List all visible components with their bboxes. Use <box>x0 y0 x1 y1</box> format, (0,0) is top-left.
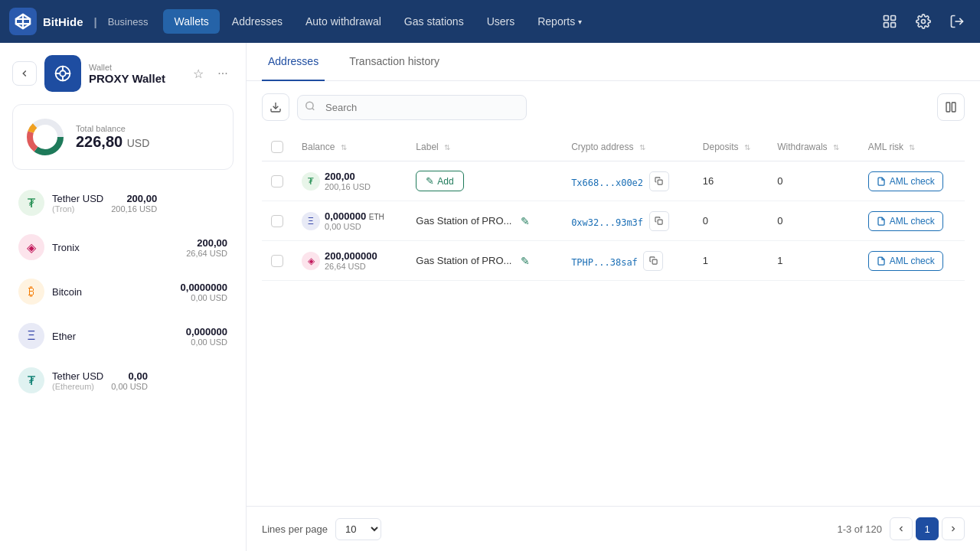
search-box <box>297 95 527 120</box>
nav-item-gas-stations[interactable]: Gas stations <box>394 9 475 34</box>
aml-risk-cell: AML check <box>859 241 965 281</box>
export-button[interactable] <box>262 93 289 121</box>
search-icon <box>305 101 315 114</box>
svg-rect-4 <box>884 16 889 21</box>
row-crypto-icon: ◈ <box>302 252 320 270</box>
select-all-checkbox[interactable] <box>271 141 283 153</box>
row-checkbox[interactable] <box>271 215 283 227</box>
table-row: ₮ 200,00 200,16 USD ✎ Add <box>262 161 965 201</box>
aml-risk-cell: AML check <box>859 201 965 241</box>
balance-cell: ◈ 200,000000 26,64 USD <box>292 241 407 281</box>
brand-sep: | <box>94 15 97 28</box>
svg-rect-27 <box>652 259 657 264</box>
balance-label: Total balance <box>76 124 149 133</box>
label-cell: Gas Station of PRO... ✎ <box>407 241 562 281</box>
label-text: Gas Station of PRO... <box>416 255 511 266</box>
svg-rect-25 <box>658 180 662 184</box>
svg-point-11 <box>60 70 66 77</box>
bitcoin-amounts: 0,0000000 0,00 USD <box>181 282 227 302</box>
balance-cell: ₮ 200,00 200,16 USD <box>292 161 407 201</box>
crypto-address-link[interactable]: TPHP...38saf <box>571 256 638 267</box>
list-item[interactable]: Ξ Ether 0,000000 0,00 USD <box>12 315 234 357</box>
main-layout: Wallet PROXY Wallet ☆ ··· Total balance … <box>0 43 980 551</box>
list-item[interactable]: ₿ Bitcoin 0,0000000 0,00 USD <box>12 271 234 312</box>
next-page-button[interactable] <box>942 517 965 540</box>
search-input[interactable] <box>297 95 527 120</box>
nav-items: Wallets Addresses Auto withdrawal Gas st… <box>163 9 876 34</box>
crypto-address-cell: Tx668...x00e2 <box>562 161 694 201</box>
deposits-cell: 1 <box>694 241 768 281</box>
deposits-cell: 0 <box>694 201 768 241</box>
table-area: Balance ⇅ Label ⇅ Crypto address ⇅ Depos… <box>247 81 980 506</box>
tether-tron-icon: ₮ <box>18 190 44 216</box>
tether-eth-amounts: 0,00 0,00 USD <box>111 370 148 391</box>
nav-item-reports[interactable]: Reports ▾ <box>527 9 593 34</box>
brand-name: BitHide <box>43 15 83 28</box>
copy-address-button[interactable] <box>643 251 663 271</box>
svg-rect-6 <box>884 23 889 28</box>
wallet-info: Wallet PROXY Wallet <box>89 63 180 85</box>
col-header-crypto-address: Crypto address ⇅ <box>562 133 694 161</box>
list-item[interactable]: ₮ Tether USD (Ethereum) 0,00 0,00 USD <box>12 360 234 401</box>
row-crypto-icon: Ξ <box>302 212 320 230</box>
grid-button[interactable] <box>876 8 903 35</box>
reports-dropdown-icon: ▾ <box>578 18 582 26</box>
aml-check-button[interactable]: AML check <box>868 211 943 231</box>
donut-chart <box>25 117 65 157</box>
navbar: BitHide | Business Wallets Addresses Aut… <box>0 0 980 43</box>
table-row: ◈ 200,000000 26,64 USD Gas Station of PR… <box>262 241 965 281</box>
wallet-actions: ☆ ··· <box>188 63 234 84</box>
back-button[interactable] <box>12 61 37 86</box>
crypto-address-link[interactable]: 0xw32...93m3f <box>571 217 643 227</box>
crypto-name-tether-eth: Tether USD (Ethereum) <box>52 370 103 391</box>
balance-cell: Ξ 0,000000 ETH 0,00 USD <box>292 201 407 241</box>
nav-item-wallets[interactable]: Wallets <box>163 9 219 34</box>
aml-check-button[interactable]: AML check <box>868 251 943 271</box>
edit-label-button[interactable]: ✎ <box>516 253 534 269</box>
copy-address-button[interactable] <box>649 171 669 191</box>
business-label: Business <box>108 16 149 28</box>
svg-point-8 <box>922 20 926 24</box>
tronix-icon: ◈ <box>18 234 44 260</box>
crypto-address-cell: TPHP...38saf <box>562 241 694 281</box>
add-label-button[interactable]: ✎ Add <box>416 171 463 191</box>
logout-button[interactable] <box>943 8 971 35</box>
svg-rect-7 <box>891 23 896 28</box>
col-header-deposits: Deposits ⇅ <box>694 133 768 161</box>
row-crypto-icon: ₮ <box>302 172 320 191</box>
copy-address-button[interactable] <box>649 211 669 231</box>
prev-page-button[interactable] <box>890 517 913 540</box>
withdrawals-cell: 1 <box>768 241 859 281</box>
crypto-name-ether: Ether <box>52 331 178 342</box>
svg-rect-23 <box>946 103 950 112</box>
withdrawals-cell: 0 <box>768 201 859 241</box>
aml-check-button[interactable]: AML check <box>868 171 943 191</box>
favorite-button[interactable]: ☆ <box>188 63 209 84</box>
balance-card: Total balance 226,80 USD <box>12 104 234 170</box>
list-item[interactable]: ₮ Tether USD (Tron) 200,00 200,16 USD <box>12 182 234 223</box>
columns-toggle-button[interactable] <box>937 93 965 121</box>
settings-button[interactable] <box>910 8 937 35</box>
ether-icon: Ξ <box>18 323 44 349</box>
tab-addresses[interactable]: Addresses <box>262 43 325 81</box>
more-options-button[interactable]: ··· <box>212 63 234 84</box>
page-info: 1-3 of 120 <box>837 523 882 535</box>
row-checkbox[interactable] <box>271 255 283 267</box>
tether-eth-icon: ₮ <box>18 367 44 393</box>
list-item[interactable]: ◈ Tronix 200,00 26,64 USD <box>12 227 234 268</box>
lines-per-page-select[interactable]: 10 25 50 100 <box>335 518 381 540</box>
crypto-name-bitcoin: Bitcoin <box>52 286 173 298</box>
row-checkbox[interactable] <box>271 175 283 187</box>
col-header-label: Label ⇅ <box>407 133 562 161</box>
nav-right <box>876 8 971 35</box>
nav-item-addresses[interactable]: Addresses <box>221 9 293 34</box>
tab-transaction-history[interactable]: Transaction history <box>343 43 446 81</box>
label-cell: ✎ Add <box>407 161 562 201</box>
crypto-address-link[interactable]: Tx668...x00e2 <box>571 177 643 187</box>
crypto-list: ₮ Tether USD (Tron) 200,00 200,16 USD ◈ … <box>12 182 234 401</box>
nav-item-users[interactable]: Users <box>476 9 526 34</box>
edit-label-button[interactable]: ✎ <box>516 213 534 230</box>
ether-amounts: 0,000000 0,00 USD <box>186 326 227 347</box>
page-1-button[interactable]: 1 <box>916 517 939 540</box>
nav-item-auto-withdrawal[interactable]: Auto withdrawal <box>295 9 392 34</box>
